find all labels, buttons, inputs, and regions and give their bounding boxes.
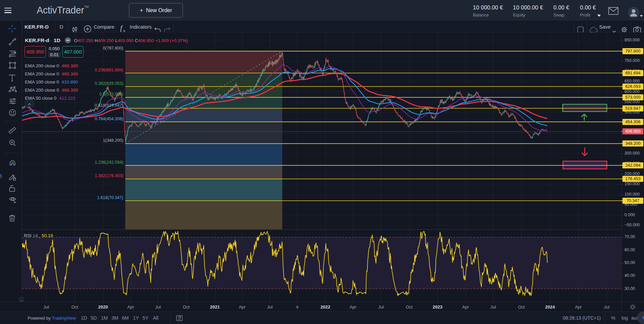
svg-text:f: f	[120, 24, 123, 32]
